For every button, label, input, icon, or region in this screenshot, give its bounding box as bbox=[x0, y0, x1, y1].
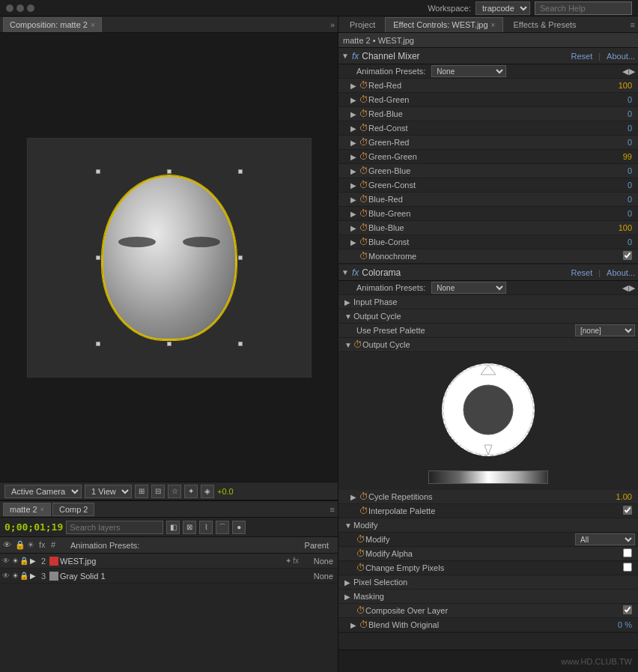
pixel-selection-header: ▶ Pixel Selection bbox=[338, 575, 638, 590]
tab-effects-presets[interactable]: Effects & Presets bbox=[505, 17, 584, 32]
preset-palette-label: Use Preset Palette bbox=[356, 326, 425, 335]
modify-expand[interactable]: ▼ bbox=[344, 521, 353, 530]
workspace-select[interactable]: trapcode bbox=[476, 1, 530, 15]
red-green-expand[interactable]: ▶ bbox=[350, 96, 359, 104]
timeline-options-icon[interactable]: ≡ bbox=[330, 505, 335, 514]
output-cycle-sub-expand[interactable]: ▼ bbox=[344, 341, 353, 349]
red-const-label: Red-Const bbox=[368, 124, 408, 133]
handle-top-mid[interactable] bbox=[167, 169, 171, 174]
layer2-lock-icon[interactable]: 🔒 bbox=[19, 557, 28, 566]
handle-top-left[interactable] bbox=[96, 169, 100, 174]
handle-top-right[interactable] bbox=[238, 169, 243, 174]
blue-const-expand[interactable]: ▶ bbox=[350, 238, 359, 246]
blue-red-expand[interactable]: ▶ bbox=[350, 196, 359, 204]
layer3-expand-icon[interactable]: ▶ bbox=[28, 572, 37, 581]
layer3-solo-icon[interactable]: ☀ bbox=[10, 572, 19, 581]
channel-mixer-about[interactable]: About... bbox=[607, 52, 635, 61]
preset-palette-row: Use Preset Palette [none] bbox=[338, 324, 638, 338]
blend-expand[interactable]: ▶ bbox=[350, 621, 359, 629]
red-const-expand[interactable]: ▶ bbox=[350, 124, 359, 133]
colorama-anim-select[interactable]: None bbox=[431, 282, 506, 294]
change-empty-checkbox[interactable] bbox=[623, 563, 632, 572]
timeline-tab-matte[interactable]: matte 2 × bbox=[3, 503, 51, 516]
view-select[interactable]: 1 View bbox=[85, 485, 132, 498]
timeline-tab-comp2-label: Comp 2 bbox=[59, 505, 88, 514]
input-phase-expand[interactable]: ▶ bbox=[344, 298, 353, 306]
channel-mixer-toggle[interactable]: ▼ bbox=[341, 52, 349, 60]
handle-mid-right[interactable] bbox=[238, 255, 243, 260]
masking-expand[interactable]: ▶ bbox=[344, 593, 353, 601]
red-red-label: Red-Red bbox=[368, 81, 401, 90]
colorama-nav-arrows: ◀ ▶ bbox=[622, 283, 635, 293]
colorama-about[interactable]: About... bbox=[607, 268, 635, 277]
layer2-eye-icon[interactable]: 👁 bbox=[1, 557, 10, 566]
layer-search-input[interactable] bbox=[66, 521, 163, 534]
handle-mid-left[interactable] bbox=[96, 255, 100, 260]
composition-tab[interactable]: Composition: matte 2 × bbox=[3, 17, 102, 32]
tab-effect-close[interactable]: × bbox=[491, 21, 496, 29]
pixel-sel-expand[interactable]: ▶ bbox=[344, 578, 353, 587]
modify-alpha-checkbox[interactable] bbox=[623, 548, 632, 557]
output-cycle-expand[interactable]: ▼ bbox=[344, 312, 353, 321]
cycle-rep-expand[interactable]: ▶ bbox=[350, 493, 359, 501]
red-green-value: 0 bbox=[628, 95, 635, 104]
motion-icon[interactable]: ⌇ bbox=[199, 521, 213, 534]
layer3-eye-icon[interactable]: 👁 bbox=[1, 572, 10, 581]
channel-mixer-reset[interactable]: Reset bbox=[571, 52, 592, 61]
search-input[interactable] bbox=[535, 1, 632, 15]
trim-icon[interactable]: ⊠ bbox=[183, 521, 196, 534]
blue-green-expand[interactable]: ▶ bbox=[350, 210, 359, 218]
tab-project[interactable]: Project bbox=[341, 17, 383, 32]
handle-bottom-left[interactable] bbox=[96, 342, 100, 346]
handle-bottom-mid[interactable] bbox=[167, 342, 171, 346]
curve-icon[interactable]: ⌒ bbox=[216, 521, 229, 534]
modify-select[interactable]: All bbox=[575, 533, 635, 545]
colorama-reset[interactable]: Reset bbox=[571, 268, 592, 277]
interp-checkbox[interactable] bbox=[623, 506, 632, 515]
color-wheel[interactable] bbox=[440, 361, 537, 458]
red-red-expand[interactable]: ▶ bbox=[350, 82, 359, 90]
snap-icon[interactable]: ✦ bbox=[184, 485, 198, 498]
preset-palette-select[interactable]: [none] bbox=[575, 324, 635, 336]
timeline-tab-comp2[interactable]: Comp 2 bbox=[52, 503, 95, 516]
3d-icon[interactable]: ☆ bbox=[168, 485, 181, 498]
grid-icon[interactable]: ⊞ bbox=[135, 485, 148, 498]
face-preview bbox=[94, 168, 244, 348]
gradient-bar[interactable] bbox=[428, 470, 548, 484]
render-icon[interactable]: ◧ bbox=[166, 521, 180, 534]
composition-tab-close[interactable]: × bbox=[91, 21, 95, 29]
green-blue-expand[interactable]: ▶ bbox=[350, 167, 359, 175]
mask-icon[interactable]: ◈ bbox=[201, 485, 214, 498]
layer2-solo-icon[interactable]: ☀ bbox=[10, 557, 19, 566]
handle-bottom-right[interactable] bbox=[238, 342, 243, 346]
prev-preset-icon[interactable]: ◀ bbox=[622, 67, 628, 76]
green-red-expand[interactable]: ▶ bbox=[350, 139, 359, 147]
layer-row-3: 👁 ☀ 🔒 ▶ 3 Gray Solid 1 None bbox=[0, 569, 338, 584]
camera-select[interactable]: Active Camera bbox=[4, 485, 82, 498]
red-blue-expand[interactable]: ▶ bbox=[350, 110, 359, 118]
red-red-circle-icon: ⏱ bbox=[359, 80, 368, 91]
anim-presets-select[interactable]: None bbox=[431, 65, 506, 77]
composite-checkbox[interactable] bbox=[623, 605, 632, 614]
colorama-toggle[interactable]: ▼ bbox=[341, 268, 349, 276]
timeline-tab-matte-close[interactable]: × bbox=[40, 506, 44, 513]
layout-icon[interactable]: ⊟ bbox=[151, 485, 165, 498]
colorama-next-icon[interactable]: ▶ bbox=[629, 283, 635, 293]
next-preset-icon[interactable]: ▶ bbox=[629, 67, 635, 76]
panel-options-icon[interactable]: ≡ bbox=[631, 20, 635, 29]
layer3-lock-icon[interactable]: 🔒 bbox=[19, 572, 28, 581]
sync-icon[interactable]: ● bbox=[232, 521, 246, 534]
layer2-expand-icon[interactable]: ▶ bbox=[28, 557, 37, 566]
layer2-fx-icon[interactable]: fx bbox=[293, 557, 299, 565]
monochrome-checkbox[interactable] bbox=[623, 251, 632, 260]
green-const-expand[interactable]: ▶ bbox=[350, 181, 359, 190]
green-green-expand[interactable]: ▶ bbox=[350, 153, 359, 161]
tab-expand-icon[interactable]: » bbox=[330, 20, 335, 29]
tab-effect-controls[interactable]: Effect Controls: WEST.jpg × bbox=[385, 17, 503, 32]
effects-content: ▼ fx Channel Mixer Reset | About... Anim… bbox=[338, 48, 638, 650]
blue-const-label: Blue-Const bbox=[368, 237, 409, 246]
blue-blue-expand[interactable]: ▶ bbox=[350, 224, 359, 232]
blue-red-value: 0 bbox=[628, 195, 635, 204]
timeline-rows: 👁 ☀ 🔒 ▶ 2 WEST.jpg ✦ fx None 👁 ☀ bbox=[0, 554, 338, 672]
colorama-prev-icon[interactable]: ◀ bbox=[622, 283, 628, 293]
